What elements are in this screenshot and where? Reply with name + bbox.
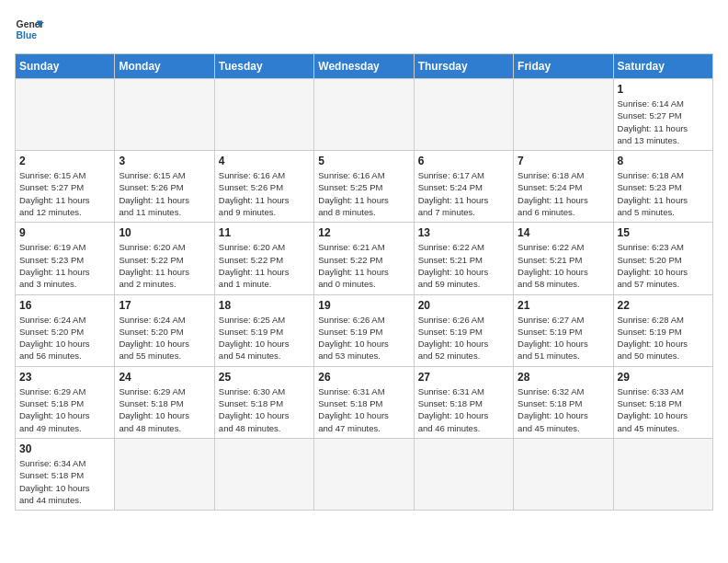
day-info: Sunrise: 6:32 AM Sunset: 5:18 PM Dayligh… — [518, 385, 609, 434]
day-number: 28 — [518, 371, 609, 384]
calendar-cell: 24Sunrise: 6:29 AM Sunset: 5:18 PM Dayli… — [115, 366, 214, 438]
calendar-cell — [514, 438, 613, 510]
day-info: Sunrise: 6:19 AM Sunset: 5:23 PM Dayligh… — [19, 241, 110, 290]
day-info: Sunrise: 6:18 AM Sunset: 5:24 PM Dayligh… — [518, 169, 609, 218]
calendar-cell: 5Sunrise: 6:16 AM Sunset: 5:25 PM Daylig… — [314, 151, 414, 223]
weekday-header-thursday: Thursday — [414, 54, 513, 79]
weekday-header-tuesday: Tuesday — [214, 54, 313, 79]
calendar-cell: 12Sunrise: 6:21 AM Sunset: 5:22 PM Dayli… — [314, 223, 414, 294]
weekday-header-sunday: Sunday — [16, 54, 115, 79]
day-number: 6 — [418, 155, 509, 167]
calendar-cell — [314, 438, 414, 510]
day-info: Sunrise: 6:28 AM Sunset: 5:19 PM Dayligh… — [618, 314, 709, 362]
day-number: 8 — [618, 155, 709, 167]
calendar-cell: 9Sunrise: 6:19 AM Sunset: 5:23 PM Daylig… — [16, 223, 115, 294]
calendar-week-row: 9Sunrise: 6:19 AM Sunset: 5:23 PM Daylig… — [16, 223, 713, 294]
calendar-week-row: 2Sunrise: 6:15 AM Sunset: 5:27 PM Daylig… — [16, 151, 713, 223]
weekday-header-wednesday: Wednesday — [314, 54, 414, 79]
day-info: Sunrise: 6:25 AM Sunset: 5:19 PM Dayligh… — [219, 314, 310, 362]
day-number: 12 — [318, 226, 409, 239]
day-number: 30 — [19, 442, 110, 455]
calendar-cell: 16Sunrise: 6:24 AM Sunset: 5:20 PM Dayli… — [16, 294, 115, 366]
calendar-cell — [613, 438, 712, 510]
calendar-cell — [115, 438, 214, 510]
day-number: 19 — [318, 299, 409, 312]
day-info: Sunrise: 6:33 AM Sunset: 5:18 PM Dayligh… — [618, 385, 709, 434]
day-number: 4 — [219, 155, 310, 167]
calendar-cell: 21Sunrise: 6:27 AM Sunset: 5:19 PM Dayli… — [514, 294, 613, 366]
weekday-header-saturday: Saturday — [613, 54, 712, 79]
day-info: Sunrise: 6:24 AM Sunset: 5:20 PM Dayligh… — [119, 314, 210, 362]
logo-icon: General Blue — [15, 15, 44, 44]
calendar-cell: 30Sunrise: 6:34 AM Sunset: 5:18 PM Dayli… — [16, 438, 115, 510]
day-number: 22 — [618, 299, 709, 312]
calendar-cell: 7Sunrise: 6:18 AM Sunset: 5:24 PM Daylig… — [514, 151, 613, 223]
day-info: Sunrise: 6:22 AM Sunset: 5:21 PM Dayligh… — [418, 241, 509, 290]
day-number: 5 — [318, 155, 409, 167]
calendar-cell: 20Sunrise: 6:26 AM Sunset: 5:19 PM Dayli… — [414, 294, 513, 366]
day-number: 11 — [219, 226, 310, 239]
day-number: 9 — [19, 226, 110, 239]
calendar-cell — [414, 79, 513, 151]
calendar-cell — [414, 438, 513, 510]
svg-text:Blue: Blue — [17, 30, 38, 40]
day-info: Sunrise: 6:20 AM Sunset: 5:22 PM Dayligh… — [219, 241, 310, 290]
day-number: 18 — [219, 299, 310, 312]
day-number: 20 — [418, 299, 509, 312]
day-info: Sunrise: 6:26 AM Sunset: 5:19 PM Dayligh… — [418, 314, 509, 362]
day-number: 13 — [418, 226, 509, 239]
calendar-cell — [214, 438, 313, 510]
weekday-header-friday: Friday — [514, 54, 613, 79]
calendar-table: SundayMondayTuesdayWednesdayThursdayFrid… — [15, 53, 713, 511]
calendar-cell: 25Sunrise: 6:30 AM Sunset: 5:18 PM Dayli… — [214, 366, 313, 438]
day-number: 24 — [119, 371, 210, 384]
calendar-cell — [115, 79, 214, 151]
day-number: 3 — [119, 155, 210, 167]
calendar-cell: 4Sunrise: 6:16 AM Sunset: 5:26 PM Daylig… — [214, 151, 313, 223]
day-number: 14 — [518, 226, 609, 239]
calendar-cell — [514, 79, 613, 151]
day-info: Sunrise: 6:21 AM Sunset: 5:22 PM Dayligh… — [318, 241, 409, 290]
day-info: Sunrise: 6:26 AM Sunset: 5:19 PM Dayligh… — [318, 314, 409, 362]
day-info: Sunrise: 6:18 AM Sunset: 5:23 PM Dayligh… — [618, 169, 709, 218]
weekday-header-row: SundayMondayTuesdayWednesdayThursdayFrid… — [16, 54, 713, 79]
logo: General Blue — [15, 15, 44, 44]
calendar-cell: 22Sunrise: 6:28 AM Sunset: 5:19 PM Dayli… — [613, 294, 712, 366]
day-info: Sunrise: 6:34 AM Sunset: 5:18 PM Dayligh… — [19, 457, 110, 506]
day-info: Sunrise: 6:29 AM Sunset: 5:18 PM Dayligh… — [119, 385, 210, 434]
calendar-cell: 27Sunrise: 6:31 AM Sunset: 5:18 PM Dayli… — [414, 366, 513, 438]
calendar-week-row: 16Sunrise: 6:24 AM Sunset: 5:20 PM Dayli… — [16, 294, 713, 366]
header: General Blue — [15, 15, 713, 44]
calendar-week-row: 23Sunrise: 6:29 AM Sunset: 5:18 PM Dayli… — [16, 366, 713, 438]
calendar-cell: 6Sunrise: 6:17 AM Sunset: 5:24 PM Daylig… — [414, 151, 513, 223]
calendar-cell: 14Sunrise: 6:22 AM Sunset: 5:21 PM Dayli… — [514, 223, 613, 294]
day-number: 7 — [518, 155, 609, 167]
day-info: Sunrise: 6:23 AM Sunset: 5:20 PM Dayligh… — [618, 241, 709, 290]
day-number: 15 — [618, 226, 709, 239]
calendar-cell: 2Sunrise: 6:15 AM Sunset: 5:27 PM Daylig… — [16, 151, 115, 223]
calendar-cell: 8Sunrise: 6:18 AM Sunset: 5:23 PM Daylig… — [613, 151, 712, 223]
calendar-cell: 11Sunrise: 6:20 AM Sunset: 5:22 PM Dayli… — [214, 223, 313, 294]
day-info: Sunrise: 6:30 AM Sunset: 5:18 PM Dayligh… — [219, 385, 310, 434]
day-number: 27 — [418, 371, 509, 384]
day-info: Sunrise: 6:15 AM Sunset: 5:27 PM Dayligh… — [19, 169, 110, 218]
day-number: 1 — [618, 83, 709, 96]
calendar-week-row: 1Sunrise: 6:14 AM Sunset: 5:27 PM Daylig… — [16, 79, 713, 151]
calendar-cell: 1Sunrise: 6:14 AM Sunset: 5:27 PM Daylig… — [613, 79, 712, 151]
day-number: 25 — [219, 371, 310, 384]
calendar-cell: 3Sunrise: 6:15 AM Sunset: 5:26 PM Daylig… — [115, 151, 214, 223]
day-number: 23 — [19, 371, 110, 384]
day-info: Sunrise: 6:16 AM Sunset: 5:26 PM Dayligh… — [219, 169, 310, 218]
calendar-cell: 28Sunrise: 6:32 AM Sunset: 5:18 PM Dayli… — [514, 366, 613, 438]
day-info: Sunrise: 6:31 AM Sunset: 5:18 PM Dayligh… — [318, 385, 409, 434]
calendar-cell — [16, 79, 115, 151]
calendar-cell: 23Sunrise: 6:29 AM Sunset: 5:18 PM Dayli… — [16, 366, 115, 438]
calendar-week-row: 30Sunrise: 6:34 AM Sunset: 5:18 PM Dayli… — [16, 438, 713, 510]
day-info: Sunrise: 6:15 AM Sunset: 5:26 PM Dayligh… — [119, 169, 210, 218]
day-number: 10 — [119, 226, 210, 239]
calendar-cell: 29Sunrise: 6:33 AM Sunset: 5:18 PM Dayli… — [613, 366, 712, 438]
day-info: Sunrise: 6:27 AM Sunset: 5:19 PM Dayligh… — [518, 314, 609, 362]
day-info: Sunrise: 6:31 AM Sunset: 5:18 PM Dayligh… — [418, 385, 509, 434]
calendar-cell: 19Sunrise: 6:26 AM Sunset: 5:19 PM Dayli… — [314, 294, 414, 366]
day-info: Sunrise: 6:14 AM Sunset: 5:27 PM Dayligh… — [618, 98, 709, 146]
